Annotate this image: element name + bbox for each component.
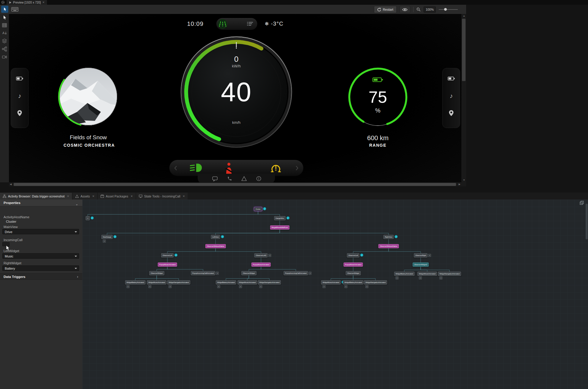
bezel-battery-icon[interactable] [443, 77, 460, 80]
lane-assist-icon [218, 19, 227, 29]
sub-badge-icon: ✕ [419, 276, 422, 279]
scroll-right-arrow[interactable]: ▶ [459, 182, 460, 186]
table-tool-button[interactable] [2, 23, 7, 28]
sub-badge-icon: ✕ [259, 285, 262, 288]
vertical-scroll-thumb[interactable] [462, 19, 466, 81]
graph-node-wmus2[interactable]: WidgetMusicAnimated✕ [238, 280, 257, 284]
graph-node-obswid2[interactable]: ObserverWidget [241, 271, 257, 275]
graph-node-popcall2[interactable]: PopupIncomingCallAnimated✕ [284, 271, 308, 275]
graph-node-rightview[interactable]: RightView✓ [383, 235, 394, 239]
graph-node-wmus4[interactable]: WidgetMusicAnimated✕ [417, 272, 437, 276]
bezel-location-icon[interactable] [443, 110, 460, 116]
graph-node-wbat2[interactable]: WidgetBatteryAnimated✕ [216, 280, 236, 284]
fit-to-view-button[interactable] [580, 201, 584, 205]
graph-node-wnav1[interactable]: WidgetNavigationAnimated✕ [167, 280, 190, 284]
tab-assets[interactable]: Assets ✕ [73, 193, 97, 200]
graph-node-obswinl[interactable]: ObserverWidowsNative [205, 244, 226, 248]
scroll-down-arrow[interactable]: ▼ [463, 178, 465, 182]
info-icon[interactable] [256, 176, 261, 181]
graph-node-wbat1[interactable]: WidgetBatteryAnimated✕ [125, 280, 146, 284]
graph-node-label: GaugeWire [276, 217, 284, 219]
graph-node-popmus1[interactable]: PopupMusicAnimated [158, 263, 177, 267]
graph-node-obswinr[interactable]: ObserverWidowsNative [378, 244, 399, 248]
graph-node-obswid3[interactable]: ObserverWidget [346, 271, 361, 275]
graph-node-obsleft3[interactable]: ObserverLeft✓ [347, 253, 359, 257]
graph-node-popmus2[interactable]: PopupMusicAnimated [251, 263, 271, 267]
main-view-select[interactable]: Drive [2, 229, 79, 234]
graph-node-megamid[interactable]: MegaWheelsMidPoint [270, 225, 290, 230]
zoom-slider-handle[interactable] [444, 8, 447, 11]
graph-node-obswid4[interactable]: ObserverWidget2 [413, 263, 429, 267]
close-icon[interactable]: ✕ [67, 195, 69, 198]
select-tool-button[interactable] [2, 15, 7, 20]
right-widget-select[interactable]: Battery [2, 265, 79, 271]
bezel-music-icon[interactable]: ♪ [443, 93, 460, 99]
graph-node-obswid1[interactable]: ObserverWidget [149, 271, 164, 275]
graph-node-obsleft2[interactable]: ObserverLeft2✕ [254, 253, 268, 257]
graph-node-gaugewire[interactable]: GaugeWire✓ [274, 216, 286, 220]
zoom-slider[interactable] [439, 7, 458, 12]
scroll-up-arrow[interactable]: ▲ [463, 14, 465, 18]
zoom-level-field[interactable]: 100% [424, 7, 436, 12]
tab-label: Asset Packages [106, 194, 128, 198]
graph-node-popmus3[interactable]: PopupMusicAnimated [344, 263, 363, 267]
graph-scroll-thumb[interactable] [586, 204, 588, 239]
graph-node-newgauge[interactable]: NewGauge✓✕ [101, 235, 113, 239]
graph-node-obsleft1[interactable]: ObserverLeft✓ [161, 253, 174, 257]
graph-node-cluster[interactable]: Cluster✓ [254, 207, 262, 211]
close-icon[interactable]: ✕ [42, 1, 45, 4]
sub-badge-icon: ✕ [439, 276, 442, 279]
carousel-next-chevron[interactable] [295, 165, 298, 171]
graph-node-wnav4[interactable]: WidgetNavigationAnimated✕ [438, 272, 461, 276]
graph-node-wbat3[interactable]: WidgetBatteryAnimated✕ [343, 280, 364, 284]
data-triggers-row[interactable]: Data Triggers › [0, 273, 82, 280]
graph-node-label: WidgetBatteryAnimated [217, 282, 235, 283]
interact-tool-button[interactable] [1, 6, 8, 13]
chevron-right-icon: › [77, 273, 78, 280]
graph-node-wnav3[interactable]: WidgetNavigationAnimated✕ [364, 280, 387, 284]
graph-node-wmus3[interactable]: WidgetMusicAnimated✓✕ [321, 280, 341, 284]
connections-tool-button[interactable] [2, 47, 7, 51]
preview-window-tab[interactable]: Preview [1920 x 720] ✕ [7, 0, 47, 5]
graph-vertical-scrollbar[interactable] [585, 200, 588, 389]
scroll-left-arrow[interactable]: ◀ [10, 182, 12, 186]
horizontal-scroll-thumb[interactable] [14, 183, 456, 186]
close-icon[interactable]: ✕ [92, 195, 95, 198]
node-graph-canvas[interactable]: Cluster✓▫▫✓GaugeWire✓MegaWheelsMidPointN… [82, 200, 588, 389]
restart-button[interactable]: Restart [374, 6, 397, 13]
chat-icon[interactable] [212, 176, 218, 181]
warning-triangle-icon[interactable] [241, 176, 247, 181]
layers-tool-button[interactable] [2, 39, 7, 43]
preview-visibility-button[interactable] [400, 6, 410, 13]
close-icon[interactable]: ✕ [131, 195, 133, 198]
camera-tool-button[interactable] [2, 55, 7, 59]
bezel-battery-icon[interactable] [11, 77, 28, 80]
power-unit: kW/h [207, 64, 266, 68]
graph-node-wmus1[interactable]: WidgetMusicAnimated✓✕ [147, 280, 166, 284]
graph-node-pages[interactable]: ▫▫✓ [86, 216, 90, 220]
phone-icon[interactable] [227, 176, 232, 181]
keyboard-tool-button[interactable] [11, 6, 19, 12]
tab-state-tools[interactable]: State Tools - IncomingCall ✕ [136, 193, 188, 200]
media-title: Fields of Snow [50, 134, 127, 141]
properties-panel-header[interactable]: Properties ⌄ [0, 200, 82, 206]
tab-activity-browser[interactable]: Activity Browser: Data trigger-screensho… [0, 193, 72, 200]
close-icon[interactable]: ✕ [183, 195, 185, 198]
main-view-value: Drive [5, 230, 12, 234]
preview-horizontal-scrollbar[interactable]: ◀ ▶ [9, 182, 461, 186]
graph-node-obsright[interactable]: ObserverRight✕ [414, 253, 427, 257]
bezel-location-icon[interactable] [11, 110, 28, 116]
tab-asset-packages[interactable]: Asset Packages ✕ [98, 193, 136, 200]
preview-vertical-scrollbar[interactable]: ▲ ▼ [461, 14, 466, 182]
right-widget-label: RightWidget [4, 261, 21, 265]
text-tool-button[interactable]: A [2, 31, 7, 35]
graph-node-wnav2[interactable]: WidgetNavigationAnimated✕ [258, 280, 281, 284]
left-widget-select[interactable]: Music [2, 253, 79, 259]
graph-node-wbat4[interactable]: WidgetBatteryAnimated✕ [394, 272, 415, 276]
sub-badge-icon: ✕ [148, 285, 151, 288]
graph-node-leftview[interactable]: LeftView✓ [211, 235, 220, 239]
drive-mode-toggle[interactable] [216, 18, 257, 30]
carousel-prev-chevron[interactable] [174, 165, 177, 171]
graph-node-popcall1[interactable]: PopupIncomingCallAnimated✕ [191, 271, 215, 275]
bezel-music-icon[interactable]: ♪ [11, 93, 28, 99]
